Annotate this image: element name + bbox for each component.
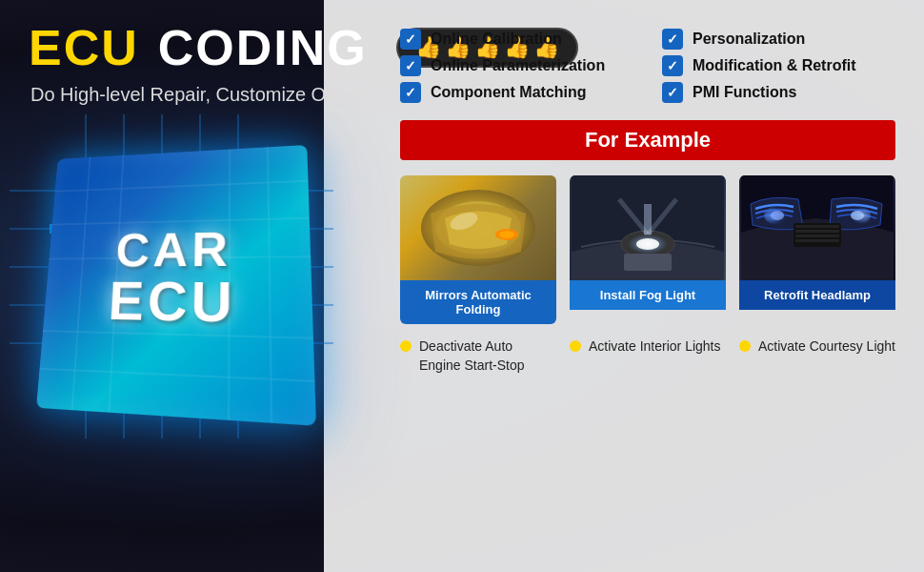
title-ecu: ECU	[29, 19, 139, 76]
card-fog: Install Fog Light	[570, 175, 726, 324]
check-icon-5: ✓	[662, 82, 683, 103]
check-icon-0: ✓	[400, 29, 421, 50]
svg-rect-61	[795, 239, 839, 242]
bullet-item-0: Deactivate Auto Engine Start-Stop	[400, 337, 556, 375]
check-icon-2: ✓	[400, 55, 421, 76]
card-mirrors: Mirrors Automatic Folding	[400, 175, 556, 324]
bullet-dot-1	[570, 340, 581, 352]
example-bullets: Deactivate Auto Engine Start-Stop Activa…	[400, 337, 895, 375]
card-label-mirrors: Mirrors Automatic Folding	[400, 280, 556, 324]
bullet-dot-2	[739, 340, 751, 352]
svg-rect-59	[795, 230, 839, 233]
bullet-text-1: Activate Interior Lights	[589, 337, 721, 357]
card-image-headlamp	[739, 175, 895, 280]
svg-rect-58	[795, 225, 839, 228]
feature-label-0: Online Calibration	[431, 31, 562, 48]
feature-item-3: ✓ Modification & Retrofit	[662, 55, 895, 76]
card-image-mirrors	[400, 175, 556, 280]
feature-label-2: Online Parameterization	[431, 57, 605, 74]
feature-item-2: ✓ Online Parameterization	[400, 55, 633, 76]
for-example-text: For Example	[585, 128, 711, 152]
card-headlamp: Retrofit Headlamp	[739, 175, 895, 324]
card-label-fog: Install Fog Light	[570, 280, 726, 310]
svg-point-54	[771, 211, 784, 220]
feature-item-1: ✓ Personalization	[662, 29, 895, 50]
feature-label-5: PMI Functions	[693, 84, 796, 101]
svg-point-56	[851, 211, 864, 220]
bullet-text-2: Activate Courtesy Light	[758, 337, 895, 357]
example-cards: Mirrors Automatic Folding	[400, 175, 895, 324]
feature-item-5: ✓ PMI Functions	[662, 82, 895, 103]
check-icon-1: ✓	[662, 29, 683, 50]
feature-label-4: Component Matching	[431, 84, 587, 101]
svg-point-43	[499, 231, 514, 238]
bullet-item-2: Activate Courtesy Light	[739, 337, 895, 375]
feature-label-3: Modification & Retrofit	[693, 57, 856, 74]
bullet-text-0: Deactivate Auto Engine Start-Stop	[419, 337, 556, 375]
check-icon-4: ✓	[400, 82, 421, 103]
svg-point-47	[636, 238, 659, 250]
card-label-headlamp: Retrofit Headlamp	[739, 280, 895, 310]
check-icon-3: ✓	[662, 55, 683, 76]
for-example-banner: For Example	[400, 120, 895, 160]
svg-rect-60	[795, 235, 839, 237]
card-image-fog	[570, 175, 726, 280]
main-content: ECU CODING 👍 👍 👍 👍 👍 Do High-level Repai…	[0, 0, 924, 572]
feature-item-4: ✓ Component Matching	[400, 82, 633, 103]
features-grid: ✓ Online Calibration ✓ Personalization ✓…	[400, 29, 895, 103]
right-panel: ✓ Online Calibration ✓ Personalization ✓…	[400, 19, 895, 375]
title-coding: CODING	[158, 19, 368, 76]
svg-rect-48	[624, 254, 672, 271]
feature-label-1: Personalization	[693, 31, 805, 48]
bullet-item-1: Activate Interior Lights	[570, 337, 726, 375]
feature-item-0: ✓ Online Calibration	[400, 29, 633, 50]
bullet-dot-0	[400, 340, 412, 352]
